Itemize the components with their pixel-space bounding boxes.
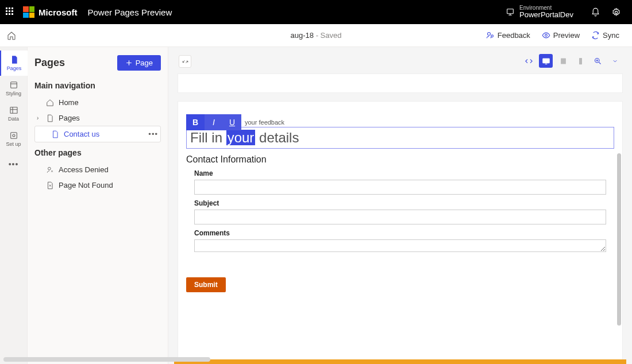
tablet-view-button[interactable] <box>556 54 570 68</box>
data-icon <box>9 106 18 115</box>
navitem-home[interactable]: Home <box>34 95 161 110</box>
text-format-toolbar: B I U your feedback <box>186 114 284 130</box>
feedback-icon <box>486 31 495 40</box>
home-button[interactable] <box>7 31 18 40</box>
footer-section[interactable] <box>174 359 626 364</box>
page-icon <box>51 130 59 138</box>
svg-point-4 <box>545 34 547 37</box>
viewport-toolbar <box>522 54 622 68</box>
desktop-icon <box>542 57 550 65</box>
svg-rect-11 <box>561 58 566 64</box>
eye-icon <box>542 31 550 40</box>
navitem-access-denied[interactable]: Access Denied <box>34 162 161 177</box>
global-header: Microsoft Power Pages Preview Environmen… <box>0 0 632 24</box>
subject-input[interactable] <box>194 210 606 224</box>
home-icon <box>7 31 16 40</box>
gear-icon <box>611 7 621 17</box>
sidebar-title: Pages <box>34 57 65 69</box>
plus-icon <box>125 59 133 67</box>
tablet-icon <box>559 57 568 65</box>
settings-button[interactable] <box>608 4 624 20</box>
rail-pages[interactable]: Pages <box>0 51 28 76</box>
zoom-icon <box>594 57 602 65</box>
svg-point-1 <box>615 11 617 13</box>
more-options-icon[interactable]: ••• <box>148 130 158 138</box>
ellipsis-icon: ••• <box>9 160 19 169</box>
italic-button[interactable]: I <box>205 114 223 130</box>
command-bar: aug-18 - Saved Feedback Preview Sync <box>0 24 632 47</box>
vertical-scrollbar[interactable] <box>617 153 621 326</box>
microsoft-logo: Microsoft <box>23 6 78 18</box>
svg-point-2 <box>487 33 490 36</box>
feedback-button[interactable]: Feedback <box>480 31 536 40</box>
navitem-pages[interactable]: › Pages <box>34 110 161 126</box>
svg-rect-10 <box>542 59 549 63</box>
rail-styling[interactable]: Styling <box>0 76 28 101</box>
save-status: aug-18 - Saved <box>291 31 342 40</box>
svg-rect-7 <box>10 133 17 139</box>
lock-icon <box>46 166 54 174</box>
file-name: aug-18 <box>291 31 314 40</box>
comments-label: Comments <box>194 229 606 237</box>
section-main-nav: Main navigation <box>34 81 161 90</box>
name-label: Name <box>194 169 606 177</box>
underline-button[interactable]: U <box>223 114 241 130</box>
app-launcher-icon[interactable] <box>6 7 15 17</box>
svg-rect-6 <box>10 107 17 114</box>
environment-picker[interactable]: Environment PowerPortalDev <box>506 5 573 20</box>
mobile-view-button[interactable] <box>573 54 587 68</box>
horizontal-scrollbar[interactable] <box>3 357 210 362</box>
rail-setup[interactable]: Set up <box>0 126 28 152</box>
bell-icon <box>591 7 600 17</box>
styling-icon <box>9 80 18 90</box>
home-icon <box>46 99 54 107</box>
rail-data[interactable]: Data <box>0 101 28 126</box>
pages-sidebar: Pages Page Main navigation Home › Pages … <box>28 47 168 364</box>
microsoft-wordmark: Microsoft <box>38 7 78 17</box>
app-title: Power Pages Preview <box>88 7 172 17</box>
svg-rect-12 <box>579 57 582 64</box>
page-error-icon <box>46 181 54 189</box>
name-input[interactable] <box>194 180 606 195</box>
sync-button[interactable]: Sync <box>585 31 625 40</box>
subject-label: Subject <box>194 199 606 207</box>
expand-canvas-button[interactable] <box>179 55 191 68</box>
environment-name: PowerPortalDev <box>519 11 573 20</box>
section-other-pages: Other pages <box>34 148 161 157</box>
add-page-button[interactable]: Page <box>117 55 161 71</box>
design-canvas: B I U your feedback Fill in your details… <box>168 47 632 364</box>
page-surface[interactable]: B I U your feedback Fill in your details… <box>178 101 623 364</box>
bold-button[interactable]: B <box>186 114 205 130</box>
left-rail: Pages Styling Data Set up ••• <box>0 47 28 364</box>
zoom-chevron[interactable] <box>608 54 622 68</box>
code-view-button[interactable] <box>522 54 535 68</box>
svg-rect-0 <box>507 9 514 14</box>
expand-icon <box>182 58 189 65</box>
preview-button[interactable]: Preview <box>536 31 585 40</box>
page-icon <box>46 114 54 122</box>
mobile-icon <box>576 57 585 65</box>
status-suffix: - Saved <box>314 31 341 40</box>
page-icon <box>10 55 19 64</box>
setup-icon <box>9 131 18 140</box>
empty-section[interactable] <box>178 73 623 93</box>
submit-button[interactable]: Submit <box>186 277 226 292</box>
navitem-contact-us[interactable]: Contact us ••• <box>34 126 161 142</box>
svg-point-8 <box>13 134 15 137</box>
chevron-right-icon: › <box>37 115 38 121</box>
svg-rect-5 <box>10 82 17 88</box>
svg-point-9 <box>48 167 51 170</box>
sync-icon <box>591 31 600 40</box>
toolbar-hint: your feedback <box>245 119 284 126</box>
chevron-down-icon <box>612 58 618 64</box>
comments-input[interactable] <box>194 239 606 252</box>
navitem-not-found[interactable]: Page Not Found <box>34 177 161 193</box>
rail-more[interactable]: ••• <box>0 152 28 177</box>
zoom-button[interactable] <box>591 54 604 68</box>
environment-icon <box>506 7 515 17</box>
notifications-button[interactable] <box>587 4 603 20</box>
desktop-view-button[interactable] <box>539 54 553 68</box>
contact-info-heading: Contact Information <box>186 154 614 165</box>
code-icon <box>525 57 533 65</box>
